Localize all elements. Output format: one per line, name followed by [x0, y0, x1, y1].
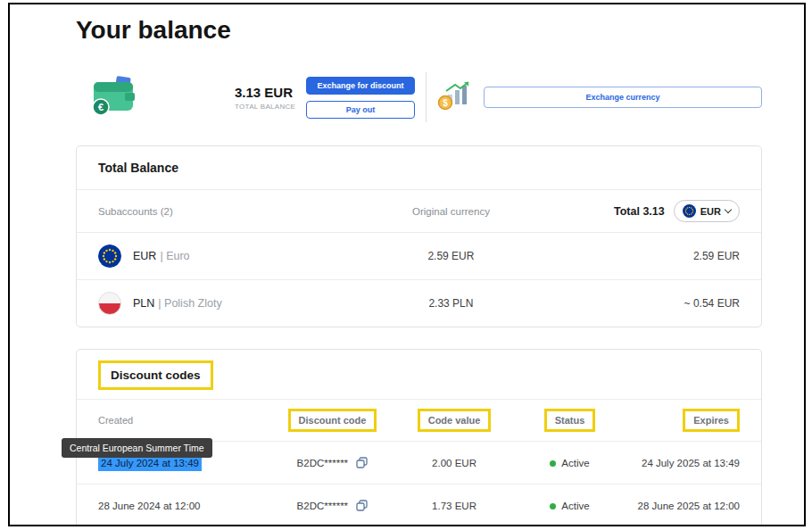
total-balance-title: Total Balance — [77, 146, 761, 190]
code-value: 2.00 EUR — [394, 458, 516, 468]
original-amount: 2.33 PLN — [355, 297, 548, 310]
total-balance-table-header: Subaccounts (2) Original currency Total … — [77, 190, 761, 233]
exchange-for-discount-button[interactable]: Exchange for discount — [306, 77, 415, 95]
currency-name: | Euro — [160, 250, 189, 262]
pln-flag-icon — [98, 292, 121, 315]
converted-amount: ~ 0.54 EUR — [547, 297, 740, 310]
vertical-divider — [426, 72, 427, 122]
pay-out-button[interactable]: Pay out — [306, 101, 415, 119]
column-expires: Expires — [683, 409, 740, 432]
total-balance-card: Total Balance Subaccounts (2) Original c… — [76, 145, 762, 327]
screenshot-viewport: Your balance € 3.13 EUR TOTAL BALANCE — [0, 0, 812, 530]
balance-amount: 3.13 EUR — [235, 85, 299, 100]
eur-flag-icon — [98, 244, 121, 268]
exchange-chart-icon: $ — [437, 80, 473, 114]
discount-codes-header: Discount codes — [77, 350, 761, 400]
discount-codes-card: Discount codes Created Discount code Cod… — [76, 349, 762, 526]
column-created: Created — [98, 415, 271, 426]
balance-actions: Exchange for discount Pay out — [306, 77, 415, 119]
original-currency-label: Original currency — [355, 206, 548, 217]
chevron-down-icon — [725, 206, 732, 213]
currency-code: EUR — [133, 250, 156, 262]
copy-icon[interactable] — [356, 500, 368, 511]
discount-code-value: B2DC****** — [297, 458, 349, 468]
discount-code-row: 28 June 2024 at 12:00 B2DC****** 1.73 EU… — [77, 484, 761, 526]
balance-summary-bar: € 3.13 EUR TOTAL BALANCE Exchange for di… — [76, 66, 762, 128]
expires-date: 28 June 2025 at 12:00 — [625, 501, 740, 511]
subaccounts-label: Subaccounts (2) — [98, 206, 355, 217]
currency-selector-value: EUR — [700, 206, 721, 217]
status-active-dot — [550, 460, 556, 467]
page-frame: Your balance € 3.13 EUR TOTAL BALANCE — [8, 3, 806, 526]
wallet-icon: € — [88, 75, 138, 120]
column-status: Status — [544, 409, 596, 432]
currency-name: | Polish Zloty — [158, 297, 221, 310]
original-amount: 2.59 EUR — [355, 250, 548, 262]
created-date: 28 June 2024 at 12:00 — [98, 501, 271, 511]
status-label: Active — [561, 458, 589, 468]
status-label: Active — [561, 501, 589, 511]
total-amount-label: Total 3.13 — [614, 205, 665, 218]
code-value: 1.73 EUR — [394, 501, 516, 511]
subaccount-row-eur: EUR | Euro 2.59 EUR 2.59 EUR — [77, 233, 761, 280]
discount-codes-title: Discount codes — [98, 360, 213, 390]
currency-selector-dropdown[interactable]: EUR — [674, 200, 740, 222]
expires-date: 24 July 2025 at 13:49 — [625, 458, 740, 468]
balance-amount-label: TOTAL BALANCE — [235, 103, 299, 111]
discount-codes-column-headers: Created Discount code Code value Status … — [77, 400, 761, 442]
svg-text:€: € — [98, 102, 104, 112]
status-active-dot — [550, 503, 556, 509]
page-title: Your balance — [76, 16, 762, 45]
discount-code-value: B2DC****** — [297, 501, 349, 511]
converted-amount: 2.59 EUR — [547, 250, 740, 262]
total-balance-amount-block: 3.13 EUR TOTAL BALANCE — [235, 85, 299, 111]
subaccount-row-pln: PLN | Polish Zloty 2.33 PLN ~ 0.54 EUR — [77, 280, 761, 327]
timezone-tooltip: Central European Summer Time — [62, 438, 212, 458]
eu-flag-icon — [683, 204, 696, 218]
page-content: Your balance € 3.13 EUR TOTAL BALANCE — [76, 4, 762, 526]
copy-icon[interactable] — [356, 457, 368, 468]
column-discount-code: Discount code — [288, 409, 377, 432]
column-code-value: Code value — [418, 409, 492, 432]
svg-text:$: $ — [443, 98, 448, 108]
exchange-currency-button[interactable]: Exchange currency — [484, 87, 762, 108]
currency-code: PLN — [133, 297, 154, 310]
